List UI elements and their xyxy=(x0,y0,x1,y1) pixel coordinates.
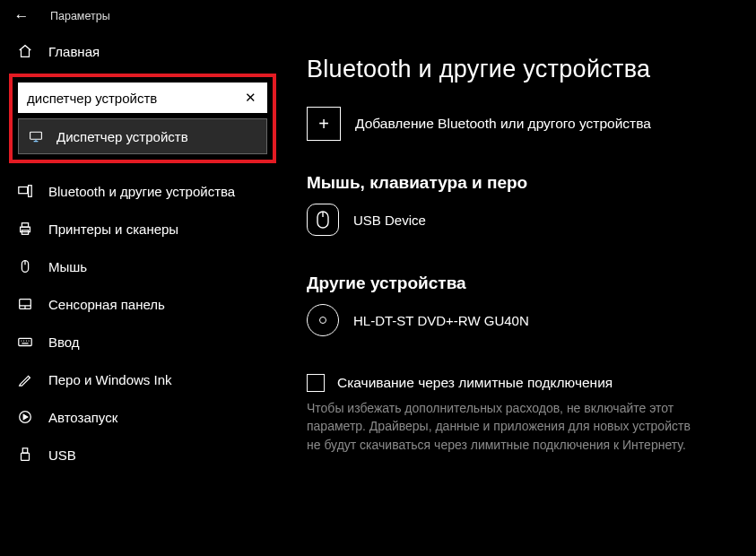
mouse-device-icon xyxy=(307,204,339,236)
search-suggestion[interactable]: Диспетчер устройств xyxy=(18,118,267,154)
svg-rect-11 xyxy=(22,453,30,460)
disc-icon xyxy=(307,304,339,336)
device-manager-icon xyxy=(28,128,44,144)
nav-pen[interactable]: Перо и Windows Ink xyxy=(0,361,282,398)
nav-item-label: Перо и Windows Ink xyxy=(48,372,172,387)
metered-description: Чтобы избежать дополнительных расходов, … xyxy=(307,399,701,454)
nav-mouse[interactable]: Мышь xyxy=(0,248,282,285)
printer-icon xyxy=(16,220,34,238)
nav-item-label: Автозапуск xyxy=(48,410,117,425)
nav-item-label: Ввод xyxy=(48,334,80,350)
svg-rect-4 xyxy=(22,223,28,228)
back-button[interactable]: ← xyxy=(4,7,39,25)
page-title: Bluetooth и другие устройства xyxy=(307,56,738,83)
section-other-title: Другие устройства xyxy=(307,274,738,293)
usb-icon xyxy=(16,446,34,464)
svg-rect-0 xyxy=(30,132,42,139)
pen-icon xyxy=(16,370,34,388)
keyboard-icon xyxy=(16,333,34,351)
section-mouse-kb-title: Мышь, клавиатура и перо xyxy=(307,173,738,193)
svg-rect-2 xyxy=(29,186,32,197)
device-label: USB Device xyxy=(353,213,426,228)
metered-checkbox[interactable] xyxy=(307,374,325,392)
clear-search-icon[interactable]: ✕ xyxy=(241,90,260,106)
search-box[interactable]: ✕ xyxy=(18,83,267,113)
plus-icon: + xyxy=(307,107,341,141)
mouse-icon xyxy=(16,257,34,275)
search-suggestion-label: Диспетчер устройств xyxy=(56,129,188,144)
nav-item-label: USB xyxy=(48,447,76,463)
nav-home-label: Главная xyxy=(48,44,100,59)
device-dvd[interactable]: HL-DT-ST DVD+-RW GU40N xyxy=(307,304,738,336)
nav-item-label: Принтеры и сканеры xyxy=(48,222,178,237)
search-input[interactable] xyxy=(27,91,241,106)
search-highlight-frame: ✕ Диспетчер устройств xyxy=(9,74,276,163)
nav-printers[interactable]: Принтеры и сканеры xyxy=(0,210,282,248)
metered-checkbox-label: Скачивание через лимитные подключения xyxy=(337,375,613,391)
window-title: Параметры xyxy=(39,10,110,22)
nav-autoplay[interactable]: Автозапуск xyxy=(0,398,282,436)
nav-home[interactable]: Главная xyxy=(0,32,282,70)
svg-rect-8 xyxy=(19,338,31,345)
home-icon xyxy=(16,42,34,60)
nav-item-label: Мышь xyxy=(48,259,87,274)
add-device-label: Добавление Bluetooth или другого устройс… xyxy=(355,116,651,132)
add-device-button[interactable]: + Добавление Bluetooth или другого устро… xyxy=(307,107,738,141)
svg-rect-10 xyxy=(22,448,27,453)
nav-usb[interactable]: USB xyxy=(0,436,282,473)
devices-icon xyxy=(16,182,34,200)
nav-bluetooth[interactable]: Bluetooth и другие устройства xyxy=(0,172,282,210)
touchpad-icon xyxy=(16,295,34,313)
device-usb[interactable]: USB Device xyxy=(307,204,738,236)
nav-touchpad[interactable]: Сенсорная панель xyxy=(0,285,282,323)
svg-rect-1 xyxy=(19,187,28,194)
nav-item-label: Bluetooth и другие устройства xyxy=(48,184,235,199)
device-label: HL-DT-ST DVD+-RW GU40N xyxy=(353,313,529,328)
nav-item-label: Сенсорная панель xyxy=(48,297,165,312)
nav-typing[interactable]: Ввод xyxy=(0,323,282,361)
autoplay-icon xyxy=(16,408,34,426)
